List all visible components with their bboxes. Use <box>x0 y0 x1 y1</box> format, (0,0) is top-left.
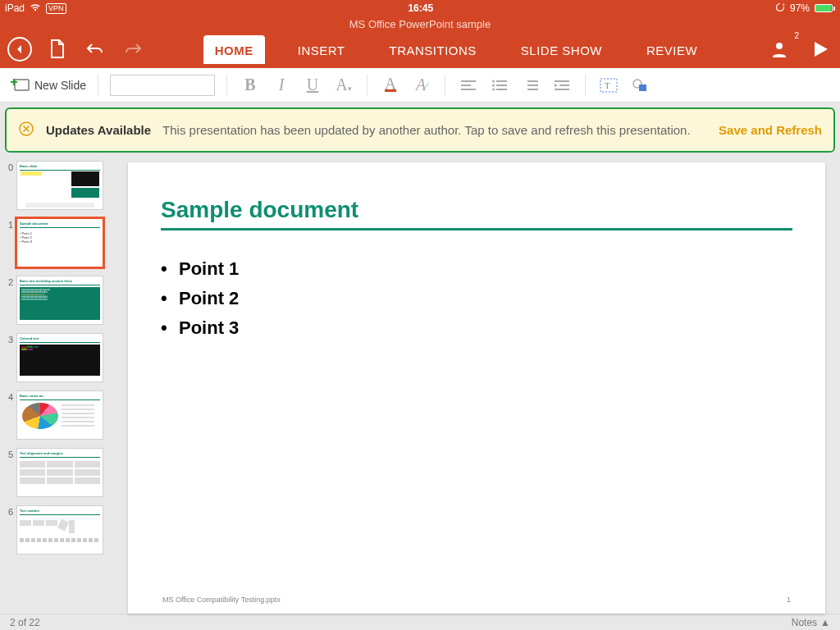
thumbnail-slide-6[interactable]: Text rotation <box>16 505 103 555</box>
bullets-button[interactable] <box>488 74 511 97</box>
numbering-button[interactable] <box>519 74 542 97</box>
document-title: MS Office PowerPoint sample <box>0 16 840 30</box>
slide-footer-filename: MS Office Compatibility Testing.pptx <box>162 596 281 604</box>
tab-slideshow[interactable]: SLIDE SHOW <box>509 35 614 64</box>
svg-rect-1 <box>15 80 29 90</box>
title-rule <box>161 228 792 231</box>
back-button[interactable] <box>7 36 33 62</box>
shapes-button[interactable] <box>628 74 651 97</box>
italic-button[interactable]: I <box>270 74 293 97</box>
notes-label: Notes <box>792 617 817 628</box>
thumb-number: 5 <box>3 448 13 459</box>
play-slideshow-button[interactable] <box>807 36 833 62</box>
slide-body[interactable]: Point 1 Point 2 Point 3 <box>161 255 792 347</box>
bullet-item[interactable]: Point 1 <box>179 258 792 280</box>
svg-point-0 <box>776 43 783 49</box>
thumbnail-slide-2[interactable]: Basic text including custom fonts aaaaaa… <box>16 276 103 325</box>
slide-counter: 2 of 22 <box>10 617 40 628</box>
undo-button[interactable] <box>82 36 108 62</box>
thumb-number: 6 <box>3 505 13 517</box>
tab-transitions[interactable]: TRANSITIONS <box>378 35 488 64</box>
ribbon-tabs: HOME INSERT TRANSITIONS SLIDE SHOW REVIE… <box>146 35 766 64</box>
redo-button[interactable] <box>120 36 146 62</box>
wifi-icon <box>30 2 41 14</box>
bold-button[interactable]: B <box>239 74 262 97</box>
highlight-button[interactable]: A∕ <box>410 74 433 97</box>
thumbnail-slide-1[interactable]: Sample document • Point 1 • Point 2 • Po… <box>16 218 103 267</box>
font-name-input[interactable] <box>110 75 215 96</box>
bullet-item[interactable]: Point 2 <box>179 288 792 309</box>
font-size-button[interactable]: A▾ <box>332 74 355 97</box>
indent-button[interactable] <box>550 74 573 97</box>
svg-point-3 <box>492 84 495 86</box>
thumbnail-slide-3[interactable]: Colored text aaaa bbbb ccccdddd eeee <box>16 333 103 382</box>
vpn-badge: VPN <box>46 3 66 14</box>
slide-thumbnail-panel[interactable]: 0 Basic slide 1 Sample document • Point … <box>0 158 123 614</box>
slide-canvas-area[interactable]: Sample document Point 1 Point 2 Point 3 … <box>123 158 840 614</box>
svg-text:T: T <box>605 80 610 90</box>
ribbon: New Slide B I U A▾ A A∕ T <box>0 68 840 103</box>
svg-point-2 <box>492 80 495 82</box>
status-footer: 2 of 22 Notes ▲ <box>0 614 840 630</box>
device-label: iPad <box>5 2 25 14</box>
updates-banner: Updates Available This presentation has … <box>5 107 835 153</box>
ios-status-bar: iPad VPN 16:45 97% <box>0 0 840 16</box>
share-users-button[interactable]: 2 <box>766 36 792 62</box>
thumb-number: 1 <box>3 218 13 230</box>
battery-icon <box>815 4 835 12</box>
thumb-number: 4 <box>3 390 13 402</box>
tab-home[interactable]: HOME <box>203 35 265 64</box>
tab-insert[interactable]: INSERT <box>286 35 357 64</box>
new-slide-button[interactable]: New Slide <box>10 77 86 94</box>
thumbnail-slide-4[interactable]: Basic smart art <box>16 390 103 440</box>
thumbnail-slide-0[interactable]: Basic slide <box>16 161 103 210</box>
battery-percent: 97% <box>790 2 810 14</box>
status-time: 16:45 <box>66 2 775 14</box>
user-count: 2 <box>794 31 799 40</box>
banner-title: Updates Available <box>46 123 151 137</box>
slide-canvas[interactable]: Sample document Point 1 Point 2 Point 3 … <box>128 162 825 614</box>
rotation-lock-icon <box>775 2 785 15</box>
chevron-up-icon: ▲ <box>820 617 830 628</box>
thumbnail-slide-5[interactable]: Text alignment and margins <box>16 448 103 497</box>
thumb-number: 2 <box>3 276 13 287</box>
align-button[interactable] <box>457 74 480 97</box>
banner-close-icon[interactable] <box>18 121 34 139</box>
bullet-item[interactable]: Point 3 <box>179 317 792 339</box>
thumb-number: 3 <box>3 333 13 345</box>
app-header: MS Office PowerPoint sample HOME INSERT <box>0 16 840 68</box>
font-color-button[interactable]: A <box>379 74 402 97</box>
new-slide-label: New Slide <box>34 79 86 92</box>
banner-message: This presentation has been updated by an… <box>162 123 707 137</box>
textbox-button[interactable]: T <box>597 74 620 97</box>
slide-footer-pagenum: 1 <box>787 596 791 604</box>
thumb-number: 0 <box>3 161 13 172</box>
svg-rect-8 <box>639 84 646 91</box>
slide-title[interactable]: Sample document <box>161 197 792 223</box>
banner-action[interactable]: Save and Refresh <box>719 123 822 137</box>
tab-review[interactable]: REVIEW <box>635 35 709 64</box>
underline-button[interactable]: U <box>301 74 324 97</box>
svg-point-4 <box>492 88 495 90</box>
notes-toggle[interactable]: Notes ▲ <box>792 617 830 628</box>
file-button[interactable] <box>44 36 71 62</box>
